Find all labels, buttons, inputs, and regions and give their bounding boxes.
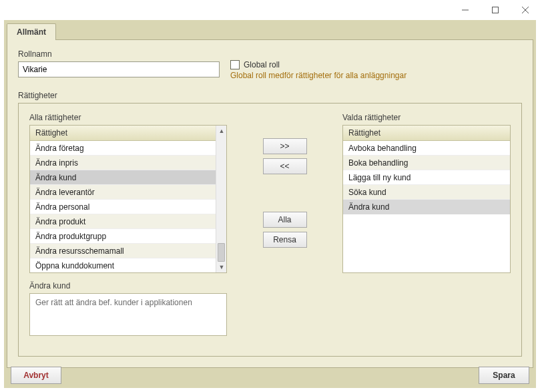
list-item[interactable]: Lägga till ny kund bbox=[343, 170, 510, 185]
minimize-icon bbox=[462, 7, 469, 13]
selected-rights-header: Rättighet bbox=[343, 126, 510, 141]
description-box: Ger rätt att ändra bef. kunder i applika… bbox=[29, 293, 227, 336]
remove-right-button[interactable]: << bbox=[263, 158, 307, 174]
scroll-up-icon[interactable]: ▲ bbox=[216, 126, 227, 136]
list-item[interactable]: Ändra leverantör bbox=[30, 185, 216, 200]
global-role-checkbox[interactable] bbox=[230, 60, 240, 69]
all-rights-scrollbar[interactable]: ▲ ▼ bbox=[216, 126, 226, 272]
close-icon bbox=[522, 7, 529, 13]
titlebar bbox=[0, 0, 540, 20]
global-role-checkbox-row[interactable]: Global roll bbox=[230, 60, 407, 69]
all-rights-label: Alla rättigheter bbox=[29, 113, 227, 122]
close-button[interactable] bbox=[510, 0, 540, 20]
selected-rights-list[interactable]: Rättighet Avboka behandling Boka behandl… bbox=[342, 125, 511, 273]
rights-section-label: Rättigheter bbox=[18, 91, 522, 100]
scroll-down-icon[interactable]: ▼ bbox=[216, 262, 227, 272]
list-item[interactable]: Ändra företag bbox=[30, 141, 216, 156]
list-item[interactable]: Ändra inpris bbox=[30, 156, 216, 170]
rights-box: Alla rättigheter Rättighet Ändra företag… bbox=[18, 103, 522, 357]
save-button[interactable]: Spara bbox=[479, 367, 529, 384]
list-item[interactable]: Ändra kund bbox=[343, 200, 510, 214]
svg-rect-1 bbox=[492, 7, 498, 13]
add-right-button[interactable]: >> bbox=[263, 138, 307, 154]
tabstrip: Allmänt bbox=[4, 20, 536, 39]
list-item[interactable]: Öppna kunddokument bbox=[30, 258, 216, 272]
clear-button[interactable]: Rensa bbox=[263, 232, 307, 248]
selected-rights-label: Valda rättigheter bbox=[342, 113, 511, 122]
maximize-icon bbox=[492, 7, 499, 13]
workspace: Allmänt Rollnamn Global roll Global roll… bbox=[4, 20, 536, 388]
all-rights-list[interactable]: Rättighet Ändra företag Ändra inpris Änd… bbox=[29, 125, 227, 273]
list-item[interactable]: Söka kund bbox=[343, 185, 510, 200]
minimize-button[interactable] bbox=[450, 0, 480, 20]
tab-general[interactable]: Allmänt bbox=[7, 23, 56, 40]
list-item[interactable]: Boka behandling bbox=[343, 156, 510, 170]
all-rights-header: Rättighet bbox=[30, 126, 216, 141]
add-all-button[interactable]: Alla bbox=[263, 212, 307, 228]
tabpanel-general: Rollnamn Global roll Global roll medför … bbox=[7, 39, 533, 368]
list-item[interactable]: Ändra kund bbox=[30, 170, 216, 185]
maximize-button[interactable] bbox=[480, 0, 510, 20]
list-item[interactable]: Ändra personal bbox=[30, 200, 216, 214]
role-name-label: Rollnamn bbox=[18, 49, 220, 59]
list-item[interactable]: Avboka behandling bbox=[343, 141, 510, 156]
cancel-button[interactable]: Avbryt bbox=[11, 367, 61, 384]
description-label: Ändra kund bbox=[29, 281, 227, 290]
scroll-thumb[interactable] bbox=[218, 243, 225, 262]
global-role-hint: Global roll medför rättigheter för alla … bbox=[230, 71, 407, 80]
list-item[interactable]: Ändra produktgrupp bbox=[30, 229, 216, 244]
role-name-input[interactable] bbox=[18, 61, 220, 77]
global-role-label: Global roll bbox=[244, 60, 280, 69]
list-item[interactable]: Ändra produkt bbox=[30, 214, 216, 229]
list-item[interactable]: Ändra resursschemamall bbox=[30, 244, 216, 258]
